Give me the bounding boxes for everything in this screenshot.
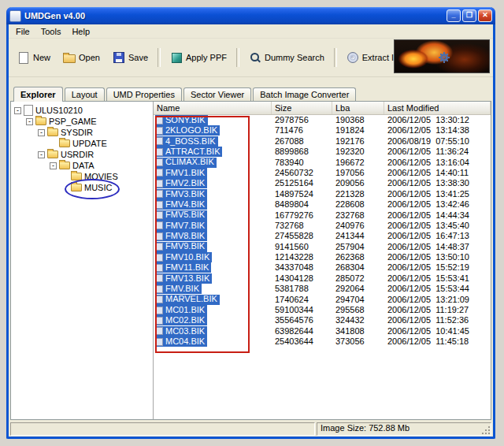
extract-image-icon: [346, 51, 359, 64]
column-header-lba[interactable]: Lba: [332, 102, 384, 114]
tab-batch-image-converter[interactable]: Batch Image Converter: [253, 87, 356, 101]
file-last-modified: 2006/12/05 13:41:25: [384, 189, 491, 199]
selection-highlight: FMV7.BIK: [155, 221, 207, 231]
file-row-fmv4-bik[interactable]: FMV4.BIK 8489804 228608 2006/12/05 13:42…: [154, 199, 491, 210]
tabstrip: Explorer Layout UMD Properties Sector Vi…: [9, 77, 493, 101]
menu-item-help[interactable]: Help: [66, 26, 95, 37]
toolbar-button-new[interactable]: New: [12, 48, 56, 67]
file-name: SONY.BIK: [165, 115, 206, 125]
file-size: 63982644: [272, 326, 332, 336]
file-last-modified: 2006/12/05 10:41:45: [384, 326, 491, 336]
folder-icon: [71, 173, 82, 180]
bik-file-icon: [156, 201, 163, 209]
file-name: MC04.BIK: [165, 336, 205, 347]
file-lba: 228608: [332, 199, 384, 210]
tree-expander-icon[interactable]: -: [38, 129, 45, 136]
tree-expander-icon[interactable]: -: [38, 151, 45, 158]
file-row-fmv-bik[interactable]: FMV.BIK 5381788 292064 2006/12/05 15:53:…: [154, 284, 491, 294]
file-lba: 295568: [332, 305, 384, 315]
tree-expander-icon[interactable]: -: [26, 118, 33, 125]
selection-highlight: MARVEL.BIK: [155, 295, 220, 305]
file-last-modified: 2006/12/05 11:19:27: [384, 305, 491, 315]
file-row-marvel-bik[interactable]: MARVEL.BIK 1740624 294704 2006/12/05 13:…: [154, 295, 491, 305]
tab-sector-viewer[interactable]: Sector Viewer: [183, 87, 251, 101]
file-list: Name Size Lba Last Modified SONY.BIK: [154, 102, 491, 419]
column-header-size[interactable]: Size: [272, 102, 332, 114]
file-row-attract-bik[interactable]: ATTRACT.BIK 8899868 192320 2006/12/05 11…: [154, 147, 491, 157]
close-button[interactable]: ✕: [478, 9, 492, 22]
save-disk-icon: [113, 51, 125, 64]
file-last-modified: 2006/12/05 14:44:34: [384, 210, 491, 221]
file-row-fmv11-bik[interactable]: FMV11.BIK 34337048 268304 2006/12/05 15:…: [154, 262, 491, 273]
tree-item-movies[interactable]: - MOVIES: [11, 171, 153, 182]
file-row-fmv10-bik[interactable]: FMV10.BIK 12143228 262368 2006/12/05 13:…: [154, 252, 491, 262]
file-last-modified: 2006/12/05 13:14:38: [384, 125, 491, 136]
file-row-mc03-bik[interactable]: MC03.BIK 63982644 341808 2006/12/05 10:4…: [154, 326, 491, 336]
tree-item-sysdir[interactable]: - SYSDIR: [11, 127, 153, 138]
file-size: 8899868: [272, 147, 332, 157]
file-row-mc02-bik[interactable]: MC02.BIK 35564576 324432 2006/12/05 11:5…: [154, 315, 491, 325]
file-row-fmv13-bik[interactable]: FMV13.BIK 14304128 285072 2006/12/05 15:…: [154, 273, 491, 284]
file-row-fmv3-bik[interactable]: FMV3.BIK 14897524 221328 2006/12/05 13:4…: [154, 189, 491, 199]
bik-file-icon: [156, 338, 163, 346]
tree-item-ulus10210[interactable]: - ULUS10210: [11, 105, 153, 116]
file-name: ATTRACT.BIK: [165, 147, 220, 157]
file-row-4-boss-bik[interactable]: 4_BOSS.BIK 267088 192176 2006/08/19 07:5…: [154, 136, 491, 147]
maximize-button[interactable]: ❐: [462, 9, 476, 22]
toolbar-button-open[interactable]: Open: [57, 48, 106, 67]
selection-highlight: SONY.BIK: [155, 115, 208, 125]
selection-highlight: FMV10.BIK: [155, 252, 212, 262]
file-last-modified: 2006/12/05 11:36:24: [384, 147, 491, 157]
bik-file-icon: [156, 127, 163, 135]
file-lba: 190368: [332, 115, 384, 125]
bik-file-icon: [156, 169, 163, 177]
file-row-mc04-bik[interactable]: MC04.BIK 25403644 373056 2006/12/05 11:4…: [154, 336, 491, 347]
tree-expander-icon[interactable]: -: [50, 162, 57, 169]
tree-item-psp-game[interactable]: - PSP_GAME: [11, 116, 153, 127]
file-last-modified: 2006/12/05 11:52:36: [384, 315, 491, 325]
file-lba: 257904: [332, 242, 384, 252]
toolbar-button-save[interactable]: Save: [107, 48, 154, 67]
bik-file-icon: [156, 211, 163, 219]
file-name: MC03.BIK: [165, 326, 205, 336]
toolbar-separator: [236, 48, 239, 67]
file-row-fmv8-bik[interactable]: FMV8.BIK 27455828 241344 2006/12/05 16:4…: [154, 231, 491, 241]
tab-umd-properties[interactable]: UMD Properties: [106, 87, 182, 101]
column-header-last-modified[interactable]: Last Modified: [384, 102, 491, 114]
file-row-2klogo-bik[interactable]: 2KLOGO.BIK 711476 191824 2006/12/05 13:1…: [154, 125, 491, 136]
tree-item-data[interactable]: - DATA: [11, 160, 153, 171]
options-gear-icon: [438, 51, 450, 64]
menu-item-tools[interactable]: Tools: [35, 26, 67, 37]
file-row-climax-bik[interactable]: CLIMAX.BIK 783940 196672 2006/12/05 13:1…: [154, 158, 491, 168]
menu-item-file[interactable]: File: [10, 26, 35, 37]
file-row-mc01-bik[interactable]: MC01.BIK 59100344 295568 2006/12/05 11:1…: [154, 305, 491, 315]
toolbar-button-dummy-search[interactable]: Dummy Search: [243, 48, 330, 67]
file-row-fmv9-bik[interactable]: FMV9.BIK 9141560 257904 2006/12/05 14:48…: [154, 242, 491, 252]
tab-layout[interactable]: Layout: [65, 87, 105, 101]
selection-highlight: ATTRACT.BIK: [155, 147, 222, 157]
toolbar-button-apply-ppf[interactable]: Apply PPF: [165, 48, 232, 67]
file-row-fmv5-bik[interactable]: FMV5.BIK 16779276 232768 2006/12/05 14:4…: [154, 210, 491, 221]
selection-highlight: FMV11.BIK: [155, 262, 211, 273]
bik-file-icon: [156, 317, 163, 325]
tab-explorer[interactable]: Explorer: [13, 87, 63, 102]
titlebar[interactable]: UMDGen v4.00 _ ❐ ✕: [6, 7, 495, 24]
tree-item-update[interactable]: - UPDATE: [11, 138, 153, 149]
file-name: FMV10.BIK: [165, 252, 209, 262]
file-row-sony-bik[interactable]: SONY.BIK 2978756 190368 2006/12/05 13:30…: [154, 115, 491, 125]
file-row-fmv7-bik[interactable]: FMV7.BIK 732768 240976 2006/12/05 13:45:…: [154, 221, 491, 231]
tree-item-usrdir[interactable]: - USRDIR: [11, 149, 153, 160]
file-row-fmv1-bik[interactable]: FMV1.BIK 24560732 197056 2006/12/05 14:4…: [154, 168, 491, 178]
file-size: 59100344: [272, 305, 332, 315]
file-row-fmv2-bik[interactable]: FMV2.BIK 25125164 209056 2006/12/05 13:3…: [154, 178, 491, 188]
file-size: 2978756: [272, 115, 332, 125]
tree-item-music[interactable]: - MUSIC: [11, 182, 153, 193]
tree-expander-icon[interactable]: -: [14, 107, 21, 114]
file-name: FMV1.BIK: [165, 168, 205, 178]
selection-highlight: FMV8.BIK: [155, 231, 207, 241]
column-header-name[interactable]: Name: [154, 102, 272, 114]
search-icon: [249, 51, 261, 64]
selection-highlight: FMV4.BIK: [155, 199, 207, 210]
bik-file-icon: [156, 264, 163, 272]
minimize-button[interactable]: _: [447, 9, 461, 22]
